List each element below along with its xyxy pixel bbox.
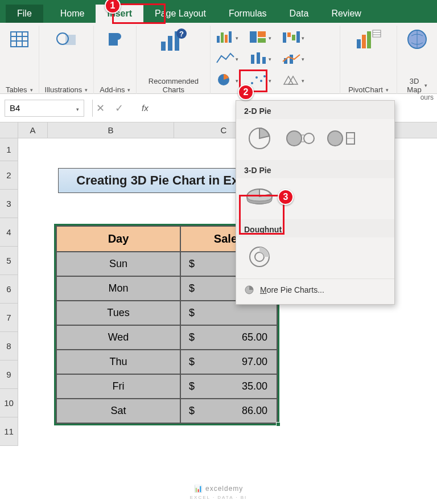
row-header[interactable]: 8 (0, 332, 18, 360)
svg-rect-24 (257, 52, 260, 64)
row-header[interactable]: 10 (0, 389, 18, 417)
section-3d-pie: 3-D Pie (236, 160, 394, 178)
row-header[interactable]: 9 (0, 360, 18, 389)
svg-marker-33 (284, 76, 293, 84)
row-header[interactable]: 11 (0, 417, 18, 446)
svg-rect-19 (283, 32, 286, 43)
table-header-day[interactable]: Day (56, 226, 180, 252)
option-doughnut[interactable] (244, 243, 275, 271)
watermark: 📊 exceldemyEXCEL · DATA · BI (0, 485, 437, 501)
row-header[interactable]: 6 (0, 275, 18, 304)
tab-data[interactable]: Data (278, 5, 320, 23)
option-3d-pie[interactable] (244, 184, 275, 211)
cell-day[interactable]: Tues (56, 301, 180, 325)
ribbon: Tables Illustrations Add-ins ? Recommend… (0, 23, 437, 94)
svg-rect-12 (217, 36, 220, 43)
svg-point-31 (260, 80, 262, 82)
recommended-charts-icon: ? (158, 28, 189, 54)
map-3d-label: 3D Map (407, 77, 427, 94)
pie-chart-dropdown: 2-D Pie 3-D Pie Doughnut MMore Pie Chart… (236, 100, 395, 305)
cell-sales[interactable]: $65.00 (180, 325, 277, 350)
option-2d-pie[interactable] (244, 125, 275, 152)
insert-waterfall-chart[interactable] (279, 29, 307, 45)
insert-hierarchy-chart[interactable] (246, 29, 274, 45)
insert-pie-chart[interactable] (213, 72, 241, 88)
name-box-dropdown-icon[interactable] (75, 103, 79, 113)
row-header[interactable]: 5 (0, 247, 18, 275)
tables-label: Tables (6, 85, 33, 94)
svg-point-48 (328, 131, 343, 146)
svg-rect-13 (221, 32, 224, 43)
table-row[interactable]: Fri$35.00 (56, 374, 277, 399)
svg-rect-35 (357, 39, 361, 48)
svg-rect-20 (287, 32, 291, 37)
row-header[interactable]: 7 (0, 304, 18, 332)
tab-home[interactable]: Home (49, 5, 96, 23)
group-pivotchart[interactable]: PivotChart (340, 26, 397, 94)
svg-point-29 (251, 82, 253, 84)
cancel-icon[interactable]: ✕ (96, 102, 105, 114)
svg-rect-36 (362, 35, 366, 48)
cell-day[interactable]: Sat (56, 399, 180, 423)
insert-surface-chart[interactable] (279, 72, 307, 88)
name-box[interactable]: B4 (5, 100, 84, 117)
more-pie-charts[interactable]: MMore Pie Charts...ore Pie Charts... (236, 278, 394, 301)
cell-sales[interactable]: $86.00 (180, 399, 277, 423)
cell-day[interactable]: Wed (56, 325, 180, 350)
tab-page-layout[interactable]: Page Layout (143, 5, 217, 23)
svg-rect-23 (251, 55, 254, 64)
column-header-A[interactable]: A (18, 122, 48, 138)
table-row[interactable]: Wed$65.00 (56, 325, 277, 350)
name-box-value: B4 (10, 103, 20, 113)
row-header[interactable]: 1 (0, 138, 18, 161)
insert-line-chart[interactable] (213, 50, 241, 66)
svg-rect-14 (225, 35, 228, 43)
column-header-B[interactable]: B (48, 122, 174, 138)
callout-2: 2 (238, 84, 254, 100)
table-row[interactable]: Thu$97.00 (56, 350, 277, 374)
svg-rect-16 (250, 31, 257, 43)
cell-sales[interactable]: $97.00 (180, 350, 277, 374)
tab-file[interactable]: File (6, 5, 43, 23)
tab-review[interactable]: Review (320, 5, 372, 23)
charts-group (211, 26, 340, 94)
insert-column-chart[interactable] (213, 29, 241, 45)
svg-rect-0 (11, 32, 28, 47)
insert-statistic-chart[interactable] (246, 50, 274, 66)
cell-day[interactable]: Thu (56, 350, 180, 374)
row-header[interactable]: 3 (0, 190, 18, 218)
insert-combo-chart[interactable] (279, 50, 307, 66)
group-recommended-charts[interactable]: ? Recommended Charts (137, 26, 211, 94)
group-3d-map[interactable]: 3D Map (397, 26, 437, 94)
tab-formulas[interactable]: Formulas (217, 5, 278, 23)
section-2d-pie: 2-D Pie (236, 101, 394, 119)
selection-handle[interactable] (276, 422, 281, 427)
select-all-corner[interactable] (0, 122, 18, 138)
table-row[interactable]: Sat$86.00 (56, 399, 277, 423)
svg-rect-25 (262, 57, 266, 64)
svg-rect-38 (373, 30, 381, 37)
pivotchart-icon (354, 28, 383, 51)
option-pie-of-pie[interactable] (285, 125, 316, 152)
cell-day[interactable]: Fri (56, 374, 180, 399)
group-addins[interactable]: Add-ins (94, 26, 137, 94)
option-bar-of-pie[interactable] (326, 125, 357, 152)
addins-label: Add-ins (100, 85, 130, 94)
svg-rect-22 (296, 31, 300, 43)
fx-icon[interactable]: fx (142, 103, 149, 113)
section-doughnut: Doughnut (236, 219, 394, 237)
svg-point-32 (263, 75, 266, 77)
svg-rect-8 (168, 36, 172, 51)
enter-icon[interactable]: ✓ (115, 102, 123, 114)
row-headers: 1 2 3 4 5 6 7 8 9 10 11 (0, 138, 18, 446)
svg-rect-21 (292, 35, 295, 40)
illustrations-label: Illustrations (45, 85, 88, 94)
ribbon-tabs: File Home Insert Page Layout Formulas Da… (0, 5, 437, 23)
cell-sales[interactable]: $35.00 (180, 374, 277, 399)
cell-day[interactable]: Mon (56, 276, 180, 301)
cell-day[interactable]: Sun (56, 252, 180, 276)
group-illustrations[interactable]: Illustrations (39, 26, 94, 94)
group-tables[interactable]: Tables (0, 26, 39, 94)
row-header[interactable]: 2 (0, 161, 18, 190)
row-header[interactable]: 4 (0, 218, 18, 247)
